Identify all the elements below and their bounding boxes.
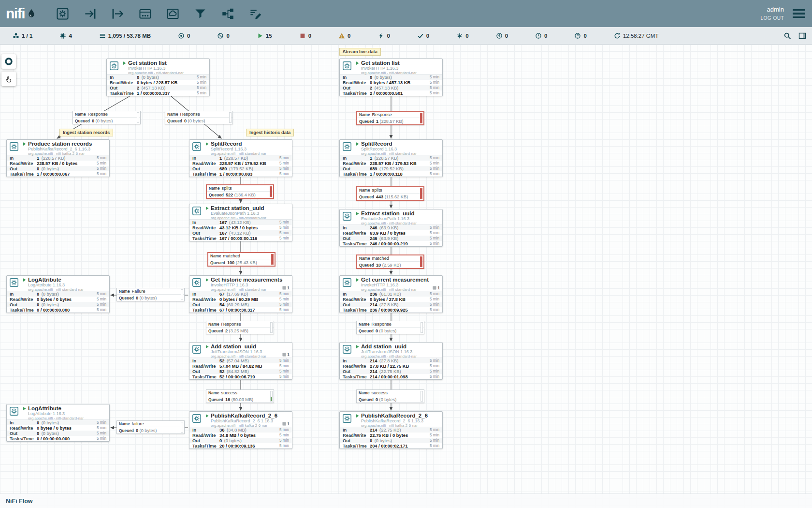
nifi-logo: nifi — [6, 5, 37, 22]
processor-stats: In36 (34.8 MB)5 minRead/Write34.8 MB / 0… — [189, 427, 292, 448]
processor-extract-station-uuid[interactable]: Extract station_uuidEvaluateJsonPath 1.1… — [339, 209, 443, 247]
status-cluster: 1 / 1 — [13, 32, 32, 39]
stat-row: Out689 (179.52 KB)5 min — [340, 166, 442, 171]
processor-splitrecord[interactable]: SplitRecordSplitRecord 1.16.3org.apache.… — [189, 139, 292, 177]
processor-logattribute[interactable]: LogAttributeLogAttribute 1.16.3org.apach… — [6, 275, 110, 313]
connection-response[interactable]: NameResponseQueued1 (228.57 KB) — [356, 111, 424, 125]
processor-get-station-list[interactable]: Get station listInvokeHTTP 1.16.3org.apa… — [106, 59, 210, 96]
stat-row: Out214 (22.75 KB)5 min — [340, 369, 442, 374]
processor-header: Extract station_uuidEvaluateJsonPath 1.1… — [189, 204, 292, 219]
label-tool-icon[interactable] — [249, 7, 262, 20]
processor-bundle: org.apache.nifi - nifi-standard-nar — [128, 71, 207, 75]
processor-splitrecord[interactable]: SplitRecordSplitRecord 1.16.3org.apache.… — [339, 139, 443, 177]
stat-row: Read/Write0 bytes / 0 bytes5 min — [7, 425, 109, 431]
processor-get-historic-measurements[interactable]: Get historic measurementsInvokeHTTP 1.16… — [189, 275, 292, 313]
cluster-icon — [13, 32, 19, 39]
connection-matched[interactable]: NamematchedQueued100 (25.43 KB) — [207, 252, 276, 267]
backpressure-bar — [181, 289, 183, 300]
stat-row: Out0 (0 bytes)5 min — [7, 166, 109, 171]
processor-bundle: org.apache.nifi - nifi-standard-nar — [361, 354, 440, 359]
global-menu-button[interactable] — [793, 9, 805, 18]
navigate-palette-button[interactable] — [1, 54, 16, 69]
navigate-icon — [4, 57, 13, 66]
processor-logattribute[interactable]: LogAttributeLogAttribute 1.16.3org.apach… — [6, 404, 110, 442]
stat-row: Read/Write34.8 MB / 0 bytes5 min — [189, 433, 292, 438]
connection-splits[interactable]: NamesplitsQueued522 (136.4 KB) — [206, 184, 274, 199]
stat-row: Out0 (0 bytes)5 min — [7, 431, 109, 436]
processor-add-station-uuid[interactable]: Add station_uuidJoltTransformJSON 1.16.3… — [339, 342, 443, 380]
run-status-running-icon — [355, 61, 360, 65]
breadcrumb-bar: NiFi Flow — [0, 493, 812, 508]
connection-splits[interactable]: NamesplitsQueued443 (115.62 KB) — [356, 186, 424, 201]
processor-bundle: org.apache.nifi - nifi-standard-nar — [211, 354, 290, 359]
connection-success[interactable]: NamesuccessQueued0 (0 bytes) — [356, 389, 424, 403]
processor-type: SplitRecord 1.16.3 — [211, 147, 290, 151]
nifi-logo-text: nifi — [6, 5, 25, 22]
canvas-label-stream-live-data[interactable]: Stream live-data — [339, 48, 381, 56]
processor-name: Add station_uuid — [211, 344, 256, 349]
stat-row: Read/Write22.75 KB / 0 bytes5 min — [340, 433, 442, 438]
processor-extract-station-uuid[interactable]: Extract station_uuidEvaluateJsonPath 1.1… — [189, 204, 292, 241]
refresh-icon — [614, 32, 621, 39]
remote-process-group-tool-icon[interactable] — [166, 7, 179, 20]
connection-queued: 10 (2.59 KB) — [376, 263, 401, 268]
canvas-label-ingest-station-records[interactable]: Ingest station records — [59, 129, 113, 136]
run-status-running-icon — [205, 142, 209, 146]
connection-response[interactable]: NameResponseQueued0 (0 bytes) — [356, 321, 424, 334]
funnel-tool-icon[interactable] — [194, 7, 207, 20]
connection-failure[interactable]: NameFailureQueued0 (0 bytes) — [116, 288, 185, 301]
stat-row: In1 (228.57 KB)5 min — [7, 155, 109, 161]
flow-canvas[interactable]: Stream live-dataIngest station recordsIn… — [0, 45, 812, 508]
status-locally-modified-stale: 0 — [535, 32, 547, 39]
connection-response[interactable]: NameResponseQueued0 (0 bytes) — [72, 111, 141, 124]
processor-stats: In214 (27.8 KB)5 minRead/Write27.8 KB / … — [340, 358, 442, 379]
connection-success[interactable]: NamesuccessQueued16 (50.03 MB) — [206, 389, 274, 403]
connection-matched[interactable]: NamematchedQueued10 (2.59 KB) — [356, 254, 424, 269]
processor-header: Get station listInvokeHTTP 1.16.3org.apa… — [340, 59, 442, 74]
invalid-icon — [338, 32, 345, 39]
stat-row: In236 (61.31 KB)5 min — [340, 291, 442, 297]
processor-get-station-list[interactable]: Get station listInvokeHTTP 1.16.3org.apa… — [339, 59, 443, 96]
processor-icon — [9, 277, 19, 291]
processor-name: SplitRecord — [361, 141, 392, 147]
processor-tool-icon[interactable] — [56, 7, 69, 20]
connection-queued: 2 (3.25 MB) — [225, 329, 248, 333]
status-not-transmitting: 0 — [217, 32, 229, 39]
processor-publishkafkarecord-2-6[interactable]: PublishKafkaRecord_2_6PublishKafkaRecord… — [339, 411, 443, 449]
operate-palette-button[interactable] — [1, 72, 16, 86]
process-group-tool-icon[interactable] — [139, 7, 152, 20]
status-refresh[interactable]: 12:58:27 GMT — [614, 32, 659, 39]
processor-publishkafkarecord-2-6[interactable]: PublishKafkaRecord_2_6PublishKafkaRecord… — [189, 411, 292, 449]
current-user: admin — [760, 5, 784, 15]
output-port-tool-icon[interactable] — [111, 7, 124, 20]
connection-name: Response — [372, 112, 392, 117]
processor-bundle: org.apache.nifi - nifi-kafka-2-6-nar — [28, 151, 107, 156]
panel-icon[interactable] — [798, 32, 806, 40]
status-refresh-value: 12:58:27 GMT — [623, 33, 659, 39]
backpressure-bar — [137, 112, 139, 123]
stat-row: Read/Write0 bytes / 0 bytes5 min — [7, 297, 109, 302]
connection-failure[interactable]: NamefailureQueued0 (0 bytes) — [116, 420, 185, 434]
processor-produce-station-records[interactable]: Produce station recordsPublishKafkaRecor… — [6, 139, 110, 177]
logout-link[interactable]: LOG OUT — [760, 15, 784, 22]
processor-bundle: org.apache.nifi - nifi-standard-nar — [361, 287, 440, 292]
template-tool-icon[interactable] — [221, 7, 234, 20]
processor-add-station-uuid[interactable]: Add station_uuidJoltTransformJSON 1.16.3… — [189, 342, 292, 380]
processor-header: Get historic measurementsInvokeHTTP 1.16… — [189, 276, 292, 291]
stat-row: Out167 (43.12 KB)5 min — [189, 230, 292, 236]
input-port-tool-icon[interactable] — [84, 7, 97, 20]
backpressure-bar — [270, 391, 273, 402]
processor-stats: In236 (61.31 KB)5 minRead/Write0 bytes /… — [340, 291, 442, 313]
stat-row: Tasks/Time1 / 00:00:00.1185 min — [340, 171, 442, 177]
stat-row: In0 (0 bytes)5 min — [340, 75, 442, 80]
connection-response[interactable]: NameResponseQueued0 (0 bytes) — [165, 111, 233, 124]
search-icon[interactable] — [783, 32, 791, 40]
processor-icon — [342, 277, 352, 291]
breadcrumb[interactable]: NiFi Flow — [6, 498, 33, 505]
canvas-label-ingest-historic-data[interactable]: Ingest historic data — [246, 129, 294, 136]
processor-type: EvaluateJsonPath 1.16.3 — [361, 216, 440, 221]
processor-get-current-measurement[interactable]: Get current measurementInvokeHTTP 1.16.3… — [339, 275, 443, 313]
connection-response[interactable]: NameResponseQueued2 (3.25 MB) — [206, 321, 274, 334]
stat-row: In0 (0 bytes)5 min — [7, 420, 109, 425]
stat-row: Tasks/Time204 / 00:00:02.1715 min — [340, 443, 442, 448]
